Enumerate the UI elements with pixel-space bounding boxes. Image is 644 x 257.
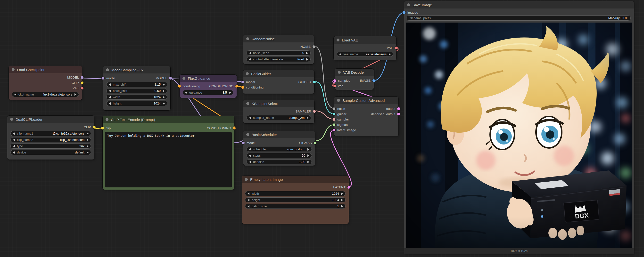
node-header[interactable]: BasicScheduler xyxy=(244,131,315,138)
collapse-dot-icon[interactable] xyxy=(106,118,108,121)
next-arrow-icon[interactable] xyxy=(341,193,343,195)
clip-output-dot[interactable] xyxy=(93,126,96,128)
conditioning-input-dot[interactable] xyxy=(178,85,181,87)
latent-image-input-port[interactable]: latent_image xyxy=(337,128,356,132)
node-load-checkpoint[interactable]: Load Checkpoint MODEL CLIP VAE ckpt_name… xyxy=(9,66,82,100)
conditioning-output-dot[interactable] xyxy=(233,127,236,129)
conditioning-output-port[interactable]: CONDITIONING xyxy=(209,84,234,88)
collapse-dot-icon[interactable] xyxy=(246,72,249,75)
next-arrow-icon[interactable] xyxy=(389,53,391,55)
prev-arrow-icon[interactable] xyxy=(249,148,251,151)
node-header[interactable]: SamplerCustomAdvanced xyxy=(334,97,398,104)
conditioning-output-dot[interactable] xyxy=(235,85,238,87)
prev-arrow-icon[interactable] xyxy=(109,83,111,86)
prev-arrow-icon[interactable] xyxy=(13,145,15,147)
clip-output-dot[interactable] xyxy=(81,81,84,84)
sigmas-output-port[interactable]: SIGMAS xyxy=(299,141,312,145)
guidance-widget[interactable]: guidance3.5 xyxy=(183,90,234,95)
model-input-dot[interactable] xyxy=(242,81,244,83)
max-shift-widget[interactable]: max_shift1.15 xyxy=(106,82,167,87)
guider-input-dot[interactable] xyxy=(333,113,335,115)
width-widget[interactable]: width1024 xyxy=(245,191,346,196)
prev-arrow-icon[interactable] xyxy=(339,53,341,55)
latent-output-dot[interactable] xyxy=(348,186,350,189)
base-shift-widget[interactable]: base_shift0.50 xyxy=(106,88,167,93)
sigmas-output-dot[interactable] xyxy=(314,142,316,144)
next-arrow-icon[interactable] xyxy=(307,117,309,119)
vae-name-widget[interactable]: vae_nameae.safetensors xyxy=(337,52,393,57)
prev-arrow-icon[interactable] xyxy=(248,205,250,208)
guider-output-port[interactable]: GUIDER xyxy=(298,80,311,84)
next-arrow-icon[interactable] xyxy=(306,58,308,61)
next-arrow-icon[interactable] xyxy=(87,145,88,147)
noise-output-port[interactable]: NOISE xyxy=(300,45,310,48)
node-header[interactable]: VAE Decode xyxy=(335,69,374,76)
prev-arrow-icon[interactable] xyxy=(249,58,251,61)
vae-input-dot[interactable] xyxy=(334,85,336,87)
collapse-dot-icon[interactable] xyxy=(12,68,14,71)
conditioning-input-dot[interactable] xyxy=(242,86,244,89)
clip-name1-widget[interactable]: clip_name1t5xxl_fp16.safetensors xyxy=(10,131,91,136)
next-arrow-icon[interactable] xyxy=(87,151,88,154)
control-after-generate-widget[interactable]: control after generatefixed xyxy=(246,57,310,62)
ckpt-name-widget[interactable]: ckpt_nameflux1-dev.safetensors xyxy=(12,92,79,97)
output-port[interactable]: output xyxy=(386,107,395,111)
node-basic-guider[interactable]: BasicGuider model GUIDER conditioning xyxy=(243,70,314,94)
next-arrow-icon[interactable] xyxy=(74,93,76,96)
prev-arrow-icon[interactable] xyxy=(13,139,15,141)
model-input-dot[interactable] xyxy=(102,77,104,79)
model-output-port[interactable]: MODEL xyxy=(67,76,79,79)
prev-arrow-icon[interactable] xyxy=(249,52,251,54)
denoised-output-port[interactable]: denoised_output xyxy=(371,112,395,116)
filename-prefix-widget[interactable]: filename_prefixMarkuryFLUX xyxy=(406,15,631,21)
collapse-dot-icon[interactable] xyxy=(337,99,340,102)
collapse-dot-icon[interactable] xyxy=(246,37,249,40)
clip-input-dot[interactable] xyxy=(101,127,104,129)
node-model-sampling-flux[interactable]: ModelSamplingFlux model MODEL max_shift1… xyxy=(103,66,170,110)
output-dot[interactable] xyxy=(397,107,400,110)
sampler-input-port[interactable]: sampler xyxy=(337,118,349,121)
images-input-port[interactable]: images xyxy=(408,11,418,14)
denoise-widget[interactable]: denoise1.00 xyxy=(246,159,312,164)
image-output-port[interactable]: IMAGE xyxy=(360,79,370,82)
next-arrow-icon[interactable] xyxy=(308,148,310,151)
prev-arrow-icon[interactable] xyxy=(13,132,15,135)
node-dual-clip-loader[interactable]: DualCLIPLoader CLIP clip_name1t5xxl_fp16… xyxy=(7,116,94,160)
prev-arrow-icon[interactable] xyxy=(14,93,16,96)
next-arrow-icon[interactable] xyxy=(306,52,308,54)
next-arrow-icon[interactable] xyxy=(87,132,88,135)
prev-arrow-icon[interactable] xyxy=(248,193,250,195)
next-arrow-icon[interactable] xyxy=(87,139,88,141)
steps-widget[interactable]: steps50 xyxy=(246,153,312,158)
width-widget[interactable]: width1024 xyxy=(106,95,167,100)
next-arrow-icon[interactable] xyxy=(341,199,343,201)
prompt-textarea[interactable]: Toy Jensen holding a DGX Spark in a data… xyxy=(105,132,232,187)
node-header[interactable]: Empty Latent Image xyxy=(242,176,349,183)
node-ksampler-select[interactable]: KSamplerSelect SAMPLER sampler_namedpmpp… xyxy=(244,100,314,123)
node-clip-text-encode[interactable]: CLIP Text Encode (Prompt) clip CONDITION… xyxy=(103,116,234,190)
sigmas-input-port[interactable]: sigmas xyxy=(337,123,348,127)
next-arrow-icon[interactable] xyxy=(308,154,310,157)
samples-input-dot[interactable] xyxy=(334,79,336,82)
model-output-dot[interactable] xyxy=(81,76,84,79)
vae-output-dot[interactable] xyxy=(81,87,84,89)
noise-output-dot[interactable] xyxy=(312,45,315,48)
images-input-dot[interactable] xyxy=(403,11,406,14)
node-header[interactable]: RandomNoise xyxy=(244,35,314,42)
height-widget[interactable]: height1024 xyxy=(245,197,346,203)
vae-output-port[interactable]: VAE xyxy=(72,86,79,90)
guider-input-port[interactable]: guider xyxy=(337,112,346,116)
sampler-output-port[interactable]: SAMPLER xyxy=(295,110,311,113)
prev-arrow-icon[interactable] xyxy=(109,102,111,105)
comfyui-canvas[interactable]: { "colors": { "title_dot": "#7d7d7d", "m… xyxy=(0,0,644,257)
next-arrow-icon[interactable] xyxy=(163,83,165,86)
prev-arrow-icon[interactable] xyxy=(248,199,250,201)
prev-arrow-icon[interactable] xyxy=(249,161,251,163)
collapse-dot-icon[interactable] xyxy=(407,3,410,6)
node-header[interactable]: Load Checkpoint xyxy=(9,66,82,73)
denoised-output-dot[interactable] xyxy=(397,113,400,115)
node-header[interactable]: Load VAE xyxy=(334,36,396,44)
height-widget[interactable]: height1024 xyxy=(106,101,167,106)
model-input-dot[interactable] xyxy=(242,142,244,144)
samples-input-port[interactable]: samples xyxy=(338,79,350,82)
